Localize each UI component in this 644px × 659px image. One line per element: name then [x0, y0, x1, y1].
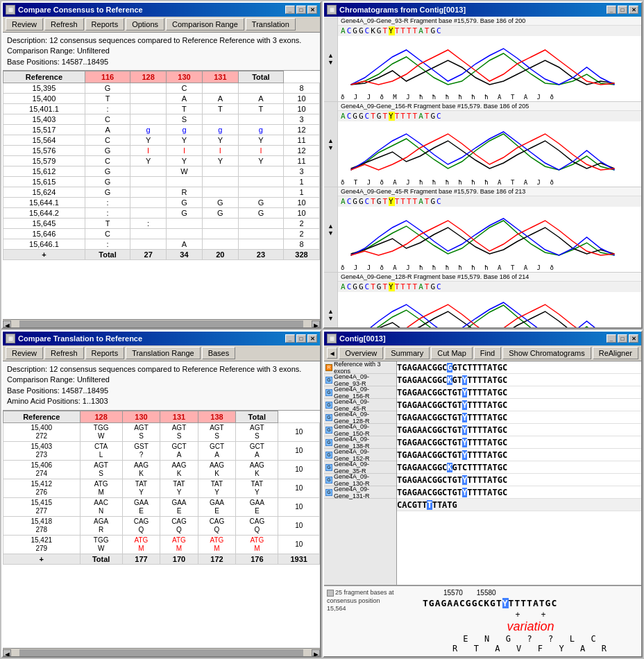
gene-138-seq-row: TGAGAACGGCTGTYTTTTATGC — [397, 436, 641, 449]
scroll-down-3[interactable]: ▼ — [328, 230, 334, 237]
scroll-down[interactable]: ▼ — [328, 59, 334, 66]
comparison-range-button[interactable]: Comparison Range — [166, 18, 244, 31]
pos-cell: 15,395 — [3, 83, 85, 94]
table-row: 15,395 G C 8 — [3, 83, 320, 94]
summary-tab[interactable]: Summary — [384, 347, 430, 359]
pos-cell: 15,576 — [3, 146, 85, 156]
scroll-down-4[interactable]: ▼ — [328, 315, 334, 322]
chromatogram-svg-2 — [338, 121, 641, 177]
minimize-button[interactable]: _ — [285, 334, 295, 343]
grand-total: 328 — [284, 250, 320, 260]
seq-label-130: G Gene4A_09-Gene_130-R — [324, 474, 396, 486]
maximize-button[interactable]: □ — [618, 334, 627, 343]
scroll-left-btn[interactable]: ◄ — [3, 649, 11, 656]
total-cell: 11 — [284, 135, 320, 146]
plus-signs: + + — [423, 610, 638, 619]
show-chromatograms-tab[interactable]: Show Chromatograms — [502, 347, 591, 359]
extra-seq-row: CACGTTTTTATG — [397, 499, 641, 511]
window-icon: ⊞ — [6, 5, 15, 15]
close-button[interactable]: ✕ — [307, 6, 317, 14]
maximize-button[interactable]: □ — [296, 6, 306, 14]
reports-button[interactable]: Reports — [85, 18, 125, 31]
track-controls-4: ▲ ▼ — [324, 273, 338, 327]
data-cell: : — [130, 219, 167, 229]
review-button[interactable]: Review — [6, 347, 43, 359]
refresh-button[interactable]: Refresh — [44, 347, 84, 359]
close-button[interactable]: ✕ — [629, 6, 638, 14]
data-131: TATY — [198, 479, 235, 497]
back-button[interactable]: ◄ — [327, 348, 337, 359]
table-row: 15,406274 AGTS AAGK AAGK AAGK AAGK 10 — [3, 460, 320, 479]
scroll-up-2[interactable]: ▲ — [328, 137, 334, 144]
ref-cell: G — [85, 83, 130, 94]
scroll-left-btn[interactable]: ◄ — [3, 320, 11, 327]
close-button[interactable]: ✕ — [307, 334, 317, 343]
ref-cell: C — [85, 114, 130, 125]
scrollbar-track[interactable] — [19, 649, 303, 656]
sequence-data: TGAGAACGGCGGTCTTTTATGC TGAGAACGGCKGTYTTT… — [397, 361, 641, 585]
track-content-4: Gene4A_09-Gene_128-R Fragment base #15,5… — [338, 273, 641, 327]
maximize-button[interactable]: □ — [296, 334, 306, 343]
gene-156-seq-row: TGAGAACGGCTGTYTTTTATGC — [397, 386, 641, 399]
pos-cell: 15,403 — [3, 114, 85, 125]
data-130: AAGK — [160, 460, 198, 479]
refresh-button[interactable]: Refresh — [44, 18, 84, 31]
scroll-up-3[interactable]: ▲ — [328, 223, 334, 230]
horizontal-scrollbar[interactable]: ◄ ► — [3, 648, 320, 656]
comparison-table: Reference 116 128 130 131 Total 15,395 G — [3, 71, 320, 260]
track-controls: ▲ ▼ — [324, 17, 338, 101]
gene-93-seq-row: TGAGAACGGCKGTYTTTTATGC — [397, 374, 641, 386]
pos-cell: 15,644.2 — [3, 208, 85, 219]
scroll-up[interactable]: ▲ — [328, 52, 334, 59]
translation-range-button[interactable]: Translation Range — [126, 347, 200, 359]
close-button[interactable]: ✕ — [629, 334, 638, 343]
minimize-button[interactable]: _ — [607, 334, 616, 343]
data-138: GCTA — [236, 441, 278, 460]
pos-15580: 15580 — [477, 589, 496, 597]
realigner-tab[interactable]: ReAligner — [593, 347, 638, 359]
bases-button[interactable]: Bases — [202, 347, 236, 359]
minimize-button[interactable]: _ — [285, 6, 295, 14]
translation-button[interactable]: Translation — [246, 18, 296, 31]
scroll-right-btn[interactable]: ► — [312, 320, 320, 327]
col-130: 130 — [122, 411, 160, 422]
scrollbar-track[interactable] — [19, 320, 303, 327]
data-128: TATY — [122, 479, 160, 497]
review-button[interactable]: Review — [6, 18, 43, 31]
reports-button[interactable]: Reports — [85, 347, 125, 359]
table-row: 15,400272 TGGW AGTS AGTS AGTS AGTS 10 — [3, 422, 320, 441]
data-cell: T — [167, 104, 203, 114]
total-cell: 3 — [284, 114, 320, 125]
base-positions-text: Base Positions: 14587..18495 — [7, 58, 108, 66]
data-130: GCTA — [160, 441, 198, 460]
scroll-down-2[interactable]: ▼ — [328, 144, 334, 151]
minimize-button[interactable]: _ — [607, 6, 616, 14]
find-tab[interactable]: Find — [474, 347, 501, 359]
ref-codon: AGTS — [80, 460, 122, 479]
data-cell — [202, 187, 238, 198]
scroll-up-4[interactable]: ▲ — [328, 308, 334, 315]
window-icon: ⊞ — [6, 334, 15, 343]
compare-consensus-content: Description: 12 consensus sequences comp… — [3, 33, 320, 327]
total-label: Total — [85, 250, 130, 260]
ref-codon: AACN — [80, 497, 122, 516]
col-131: 131 — [160, 411, 198, 422]
pos-cell: 15,615 — [3, 177, 85, 187]
options-button[interactable]: Options — [126, 18, 164, 31]
seq-label-45: G Gene4A_09-Gene_45-R — [324, 399, 396, 411]
gene-label: Gene4A_09-Gene_131-R — [334, 486, 395, 499]
pos-cell: 15,517 — [3, 125, 85, 135]
consensus-sequence: TGAGAACGGCKGTYTTTTATGC — [423, 598, 638, 608]
maximize-button[interactable]: □ — [618, 6, 627, 14]
gene-label: Gene4A_09-Gene_45-R — [334, 398, 395, 412]
gene-icon: G — [325, 377, 332, 384]
ref-cell: 15,412276 — [3, 479, 80, 497]
total-130: 20 — [202, 250, 238, 260]
cutmap-tab[interactable]: Cut Map — [431, 347, 473, 359]
overview-tab[interactable]: Overview — [339, 347, 383, 359]
data-cell: C — [167, 83, 203, 94]
compare-consensus-window: ⊞ Compare Consensus to Reference _ □ ✕ R… — [1, 1, 321, 329]
horizontal-scrollbar[interactable]: ◄ ► — [3, 319, 320, 327]
data-cell: G — [167, 208, 203, 219]
scroll-right-btn[interactable]: ► — [312, 649, 320, 656]
